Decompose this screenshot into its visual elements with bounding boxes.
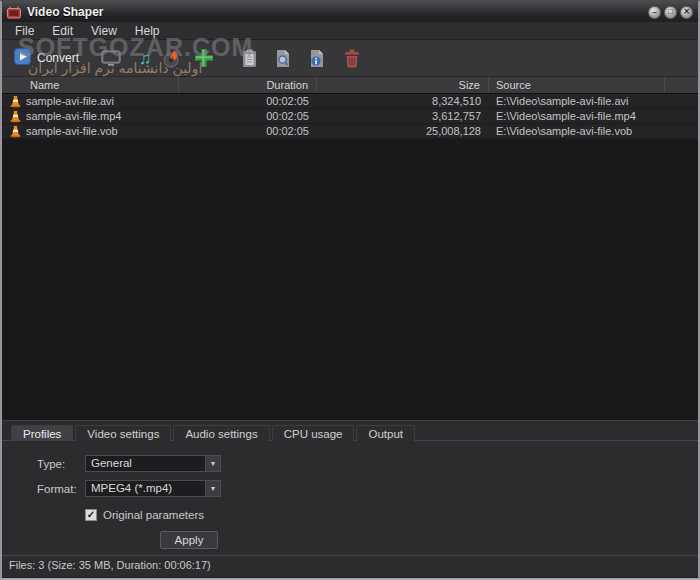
file-rows: sample-avi-file.avi 00:02:05 8,324,510 E… xyxy=(2,94,698,139)
app-icon xyxy=(7,6,21,19)
menu-item[interactable]: Help xyxy=(126,23,169,39)
file-name: sample-avi-file.vob xyxy=(26,124,118,138)
menu-item[interactable]: File xyxy=(6,23,43,39)
column-header-size[interactable]: Size xyxy=(317,77,489,93)
window-controls: – □ ✕ xyxy=(648,6,693,19)
convert-button-label: Convert xyxy=(37,51,79,65)
vlc-cone-icon xyxy=(10,95,21,108)
video-preview-icon[interactable] xyxy=(101,50,121,67)
burn-disc-icon[interactable] xyxy=(162,49,181,68)
minimize-button[interactable]: – xyxy=(648,6,661,19)
file-duration: 00:02:05 xyxy=(179,94,317,108)
status-bar: Files: 3 (Size: 35 MB, Duration: 00:06:1… xyxy=(2,555,698,577)
vlc-cone-icon xyxy=(10,125,21,138)
tab[interactable]: Profiles xyxy=(11,425,73,441)
file-source: E:\Video\sample-avi-file.vob xyxy=(489,124,665,138)
column-header-filler xyxy=(665,77,698,93)
menu-item[interactable]: View xyxy=(82,23,126,39)
tab[interactable]: CPU usage xyxy=(272,425,355,441)
table-row[interactable]: sample-avi-file.mp4 00:02:05 3,612,757 E… xyxy=(2,109,698,124)
format-select[interactable]: MPEG4 (*.mp4) ▼ xyxy=(85,480,221,497)
column-header-name[interactable]: Name xyxy=(2,77,179,93)
table-row[interactable]: sample-avi-file.avi 00:02:05 8,324,510 E… xyxy=(2,94,698,109)
file-duration: 00:02:05 xyxy=(179,109,317,123)
original-parameters-checkbox[interactable]: ✓ xyxy=(85,509,97,521)
file-name: sample-avi-file.avi xyxy=(26,94,114,108)
file-source: E:\Video\sample-avi-file.mp4 xyxy=(489,109,665,123)
chevron-down-icon[interactable]: ▼ xyxy=(205,456,220,471)
file-source: E:\Video\sample-avi-file.avi xyxy=(489,94,665,108)
column-header-source[interactable]: Source xyxy=(489,77,665,93)
close-button[interactable]: ✕ xyxy=(680,6,693,19)
file-list: Name Duration Size Source xyxy=(2,77,698,420)
file-size: 25,008,128 xyxy=(317,124,489,138)
table-row[interactable]: sample-avi-file.vob 00:02:05 25,008,128 … xyxy=(2,124,698,139)
convert-icon xyxy=(14,48,31,69)
profiles-form: Type: General ▼ Format: MPEG4 (*.mp4) ▼ … xyxy=(2,441,698,549)
chevron-down-icon[interactable]: ▼ xyxy=(205,481,220,496)
file-list-header: Name Duration Size Source xyxy=(2,77,698,94)
original-parameters-label: Original parameters xyxy=(103,509,204,521)
delete-icon[interactable] xyxy=(344,49,360,68)
convert-button[interactable]: Convert xyxy=(14,48,79,69)
paste-icon[interactable] xyxy=(241,49,258,68)
audio-note-icon[interactable]: ♫ xyxy=(139,50,152,67)
toolbar: Convert ♫ xyxy=(2,40,698,77)
format-select-value: MPEG4 (*.mp4) xyxy=(86,481,205,496)
format-label: Format: xyxy=(37,483,85,495)
tab[interactable]: Audio settings xyxy=(173,425,269,441)
maximize-button[interactable]: □ xyxy=(664,6,677,19)
file-info-icon[interactable] xyxy=(308,49,326,68)
add-file-icon[interactable] xyxy=(193,47,215,69)
type-select[interactable]: General ▼ xyxy=(85,455,221,472)
file-size: 8,324,510 xyxy=(317,94,489,108)
app-window: Video Shaper – □ ✕ FileEditViewHelp Conv… xyxy=(0,0,700,580)
type-select-value: General xyxy=(86,456,205,471)
menu-item[interactable]: Edit xyxy=(43,23,82,39)
file-size: 3,612,757 xyxy=(317,109,489,123)
search-file-icon[interactable] xyxy=(274,49,292,68)
apply-button[interactable]: Apply xyxy=(160,531,218,549)
window-title: Video Shaper xyxy=(27,5,648,19)
tabs-bar: ProfilesVideo settingsAudio settingsCPU … xyxy=(2,421,698,441)
tab[interactable]: Output xyxy=(356,425,415,441)
vlc-cone-icon xyxy=(10,110,21,123)
menu-bar: FileEditViewHelp xyxy=(2,22,698,40)
column-header-duration[interactable]: Duration xyxy=(179,77,317,93)
file-duration: 00:02:05 xyxy=(179,124,317,138)
tab[interactable]: Video settings xyxy=(75,425,171,441)
file-name: sample-avi-file.mp4 xyxy=(26,109,121,123)
settings-panel: ProfilesVideo settingsAudio settingsCPU … xyxy=(2,420,698,555)
type-label: Type: xyxy=(37,458,85,470)
title-bar: Video Shaper – □ ✕ xyxy=(2,2,698,22)
